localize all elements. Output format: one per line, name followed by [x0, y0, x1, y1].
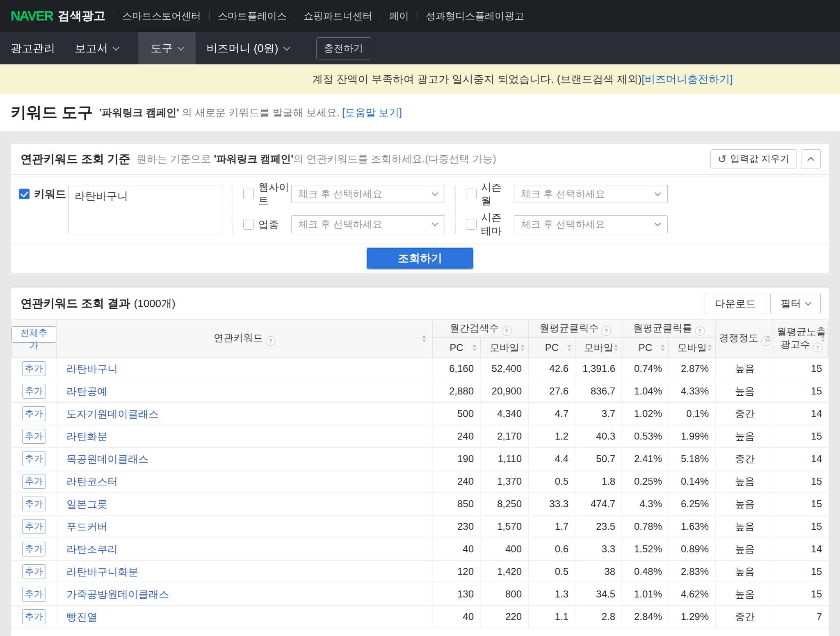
monthly-search-mobile: 1,370 [481, 470, 529, 493]
add-all-button[interactable]: 전체추가 [11, 326, 56, 343]
add-keyword-button[interactable]: 추가 [22, 587, 46, 602]
keyword-link[interactable]: 라탄공예 [66, 385, 107, 397]
keyword-link[interactable]: 일본그릇 [66, 498, 107, 510]
sort-icon[interactable] [472, 344, 477, 351]
avg-ctr-mobile: 0.1% [669, 403, 716, 425]
ctr-pc-header[interactable]: PC [622, 338, 669, 358]
help-icon[interactable]: ? [602, 326, 611, 336]
search-pc-header[interactable]: PC [433, 338, 481, 358]
keyword-link[interactable]: 라탄소쿠리 [66, 543, 118, 555]
search-mobile-header[interactable]: 모바일 [481, 338, 529, 358]
add-keyword-button[interactable]: 추가 [22, 384, 46, 399]
avg-ctr-pc: 0.25% [622, 470, 669, 493]
avg-ad-count: 15 [774, 358, 829, 380]
service-title[interactable]: 검색광고 [58, 8, 105, 24]
help-link[interactable]: [도움말 보기] [342, 106, 402, 119]
sort-icon[interactable] [661, 344, 665, 351]
avg-ad-count: 15 [774, 470, 829, 493]
undo-icon: ↺ [718, 154, 727, 164]
keyword-input[interactable]: 라탄바구니 [68, 185, 222, 233]
avg-clicks-pc: 33.3 [529, 493, 575, 515]
add-keyword-button[interactable]: 추가 [22, 497, 46, 511]
add-all-header-cell: 전체추가 [11, 320, 57, 358]
filter-button[interactable]: 필터 [770, 293, 821, 314]
add-keyword-button[interactable]: 추가 [22, 542, 46, 556]
topbar-menu-display-ads[interactable]: 성과형디스플레이광고 [426, 9, 524, 23]
results-table: 전체추가 연관키워드? 월간검색수? 월평균클릭수? 월평균클릭률? [11, 319, 829, 628]
clicks-mobile-header[interactable]: 모바일 [575, 338, 622, 358]
topbar-menu-shopping-partner[interactable]: 쇼핑파트너센터 [304, 9, 372, 23]
nav-label: 도구 [151, 41, 173, 56]
avg-clicks-mobile: 2.8 [575, 606, 622, 628]
season-theme-checkbox[interactable] [466, 219, 477, 230]
keyword-link[interactable]: 푸드커버 [66, 521, 107, 532]
keyword-link[interactable]: 라탄화분 [66, 431, 107, 442]
charge-button[interactable]: 충전하기 [316, 37, 371, 59]
monthly-search-mobile: 220 [481, 606, 529, 628]
industry-select[interactable]: 체크 후 선택하세요 [291, 215, 445, 233]
add-keyword-button[interactable]: 추가 [22, 406, 46, 421]
sort-icon[interactable] [422, 335, 426, 342]
add-keyword-button[interactable]: 추가 [22, 429, 46, 444]
nav-ad-management[interactable]: 광고관리 [11, 32, 55, 64]
keyword-checkbox[interactable] [19, 189, 30, 199]
season-month-select[interactable]: 체크 후 선택하세요 [514, 185, 668, 203]
help-icon[interactable]: ? [502, 326, 511, 336]
avg-clicks-pc: 0.5 [529, 561, 575, 583]
monthly-search-mobile: 8,250 [481, 493, 529, 515]
add-keyword-button[interactable]: 추가 [22, 609, 46, 624]
ad-count-column-header[interactable]: 월평균노출 광고수? [774, 320, 829, 358]
add-keyword-button[interactable]: 추가 [22, 361, 46, 376]
keyword-link[interactable]: 가죽공방원데이클래스 [66, 588, 169, 600]
help-icon[interactable]: ? [695, 326, 705, 336]
competition-level: 높음 [716, 561, 774, 583]
search-keywords-button[interactable]: 조회하기 [367, 248, 473, 269]
season-group: 시즌 월 체크 후 선택하세요 시즌 테마 체크 후 선택하세요 [466, 185, 668, 233]
nav-tools[interactable]: 도구 [138, 32, 196, 64]
keyword-link[interactable]: 라탄코스터 [66, 476, 118, 487]
clicks-pc-header[interactable]: PC [529, 338, 575, 358]
add-keyword-button[interactable]: 추가 [22, 474, 46, 489]
download-button[interactable]: 다운로드 [705, 293, 766, 314]
topbar-menu-pay[interactable]: 페이 [389, 9, 409, 23]
add-keyword-button[interactable]: 추가 [22, 519, 46, 534]
sort-icon[interactable] [766, 335, 770, 342]
industry-checkbox[interactable] [243, 219, 254, 230]
ctr-mobile-header[interactable]: 모바일 [669, 338, 716, 358]
help-icon[interactable]: ? [813, 343, 822, 352]
sort-icon[interactable] [520, 344, 525, 351]
nav-report[interactable]: 보고서 [75, 32, 119, 64]
topbar-menu-smartstore[interactable]: 스마트스토어센터 [122, 9, 201, 23]
season-month-checkbox[interactable] [466, 189, 477, 199]
clear-inputs-button[interactable]: ↺ 입력값 지우기 [710, 149, 797, 169]
season-theme-select[interactable]: 체크 후 선택하세요 [514, 215, 668, 233]
avg-clicks-pc: 1.2 [529, 425, 575, 448]
topbar-menu-smartplace[interactable]: 스마트플레이스 [218, 9, 287, 23]
collapse-panel-button[interactable] [801, 149, 821, 169]
avg-ctr-pc: 0.74% [622, 358, 669, 380]
avg-ctr-pc: 1.02% [622, 403, 669, 425]
sort-icon[interactable] [821, 335, 825, 342]
keyword-link[interactable]: 빵진열 [66, 611, 97, 622]
help-icon[interactable]: ? [266, 336, 275, 346]
competition-level: 높음 [716, 493, 774, 515]
bizmoney-charge-link[interactable]: [비즈머니충전하기] [641, 73, 733, 85]
website-checkbox[interactable] [243, 189, 254, 199]
keyword-link[interactable]: 라탄바구니화분 [66, 566, 138, 577]
keyword-link[interactable]: 도자기원데이클래스 [66, 408, 159, 419]
nav-bizmoney[interactable]: 비즈머니 (0원) [206, 32, 289, 64]
sort-icon[interactable] [567, 344, 571, 351]
add-keyword-button[interactable]: 추가 [22, 451, 46, 466]
sort-icon[interactable] [614, 344, 618, 351]
keyword-column-header[interactable]: 연관키워드? [57, 320, 433, 358]
chevron-down-icon [283, 43, 290, 50]
keyword-link[interactable]: 라탄바구니 [66, 363, 118, 374]
competition-column-header[interactable]: 경쟁정도? [716, 320, 774, 358]
naver-logo[interactable]: NAVER [11, 8, 53, 24]
avg-clicks-pc: 4.7 [529, 403, 575, 425]
website-select[interactable]: 체크 후 선택하세요 [291, 185, 445, 203]
add-keyword-button[interactable]: 추가 [22, 564, 46, 579]
keyword-link[interactable]: 목공원데이클래스 [66, 453, 148, 465]
keyword-field-group: 키워드 라탄바구니 [19, 185, 222, 233]
sort-icon[interactable] [708, 344, 712, 351]
